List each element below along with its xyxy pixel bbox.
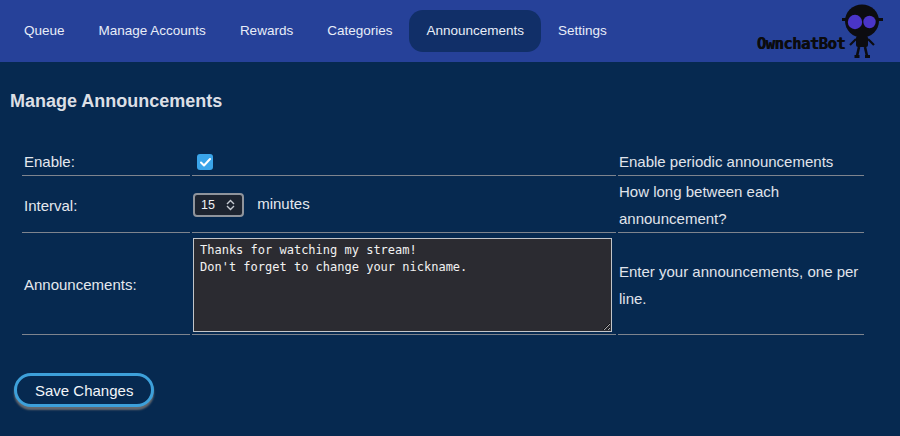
form-row-announcements: Announcements: Thanks for watching my st… [22, 235, 864, 335]
form-row-enable: Enable: Enable periodic announcements [22, 148, 864, 176]
nav-item-categories[interactable]: Categories [310, 10, 409, 52]
form-row-interval: Interval: minutes [22, 178, 864, 233]
announcements-description: Enter your announcements, one per line. [618, 235, 864, 335]
save-changes-button[interactable]: Save Changes [14, 373, 154, 407]
enable-checkbox[interactable] [197, 154, 213, 170]
robot-mascot-icon [842, 3, 884, 59]
nav-menu: Queue Manage Accounts Rewards Categories… [0, 10, 624, 52]
nav-item-announcements[interactable]: Announcements [409, 10, 541, 52]
announcements-textarea[interactable]: Thanks for watching my stream! Don't for… [193, 238, 612, 332]
nav-item-settings[interactable]: Settings [541, 10, 624, 52]
enable-description: Enable periodic announcements [618, 148, 864, 176]
interval-description: How long between each announcement? [618, 178, 864, 233]
interval-input-wrap [193, 193, 244, 217]
enable-label: Enable: [22, 148, 190, 176]
nav-item-rewards[interactable]: Rewards [223, 10, 310, 52]
page-title: Manage Announcements [10, 90, 900, 112]
top-navigation: Queue Manage Accounts Rewards Categories… [0, 0, 900, 62]
spinner-down-icon[interactable] [226, 205, 235, 211]
ownchatbot-logo: OwnchatBot [757, 3, 884, 59]
nav-item-queue[interactable]: Queue [7, 10, 82, 52]
interval-input[interactable] [195, 198, 221, 212]
announcements-label: Announcements: [22, 235, 190, 335]
nav-item-manage-accounts[interactable]: Manage Accounts [82, 10, 223, 52]
checkmark-icon [200, 153, 211, 170]
interval-unit-label: minutes [257, 195, 310, 212]
logo-wordmark: OwnchatBot [757, 35, 845, 53]
announcements-form: Enable: Enable periodic announcements In… [20, 146, 866, 337]
interval-spinner[interactable] [221, 199, 239, 211]
interval-label: Interval: [22, 178, 190, 233]
